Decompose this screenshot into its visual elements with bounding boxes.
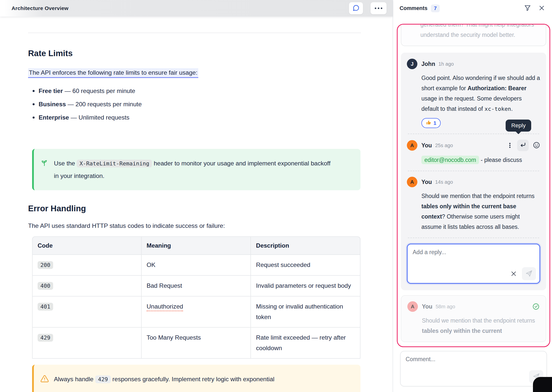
table-row: 401 Unauthorized Missing or invalid auth… — [32, 297, 360, 328]
new-comment-input[interactable] — [401, 351, 546, 371]
comments-panel: Comments 7 generated them? That might he… — [393, 0, 552, 392]
new-comment-box — [400, 351, 547, 386]
send-icon — [525, 270, 533, 278]
filter-comments-button[interactable] — [524, 5, 531, 12]
avatar: A — [407, 140, 417, 151]
list-item: Enterprise — Unlimited requests — [28, 113, 361, 122]
commented-highlight-text[interactable]: The API enforces the following rate limi… — [28, 68, 198, 78]
reply-input-box — [407, 244, 540, 284]
warning-callout: Always handle 429 responses gracefully. … — [32, 365, 360, 392]
comment-text: Should we mention that the endpoint retu… — [422, 316, 540, 336]
column-header: Description — [251, 236, 360, 255]
comment-divider — [408, 134, 539, 134]
reply-input[interactable] — [408, 244, 539, 264]
user-mention-chip[interactable]: editor@nocodb.com — [421, 156, 479, 164]
comment-timestamp: 1h ago — [438, 61, 454, 67]
rate-limit-list: Free tier — 60 requests per minute Busin… — [28, 87, 361, 122]
comment-text: Should we mention that the endpoint retu… — [421, 191, 540, 232]
active-comment-thread[interactable]: J John 1h ago Good point. Also wondering… — [401, 53, 546, 290]
tip-callout: Use the X-RateLimit-Remaining header to … — [32, 149, 360, 190]
comment-text: Good point. Also wondering if we should … — [421, 73, 540, 114]
comment-anchor-unauthorized[interactable]: Unauthorized — [147, 303, 183, 311]
overlay-corner-artifact — [533, 377, 552, 392]
reaction-count: 1 — [433, 120, 436, 126]
topbar-actions — [349, 2, 387, 14]
reply-action-button[interactable] — [517, 140, 529, 151]
comment-author: You — [421, 179, 432, 185]
reply-tooltip: Reply — [506, 120, 531, 132]
reply-arrow-icon — [519, 142, 526, 149]
comment-header-row: A You 58m ago — [407, 301, 540, 312]
warning-triangle-icon — [40, 373, 49, 392]
comment-author: You — [421, 142, 432, 149]
comment-author: John — [421, 61, 435, 67]
inline-code: xc-token — [485, 106, 511, 112]
thumbs-up-reaction-pill[interactable]: 1 — [421, 118, 441, 128]
close-panel-button[interactable] — [538, 5, 545, 12]
status-code-chip: 400 — [38, 282, 53, 290]
thumbs-up-icon — [426, 120, 431, 126]
comment-header-row: J John 1h ago — [407, 59, 540, 69]
document-topbar: Architecture Overview — [0, 0, 393, 17]
status-code-chip: 401 — [38, 303, 53, 311]
previous-comment-partial[interactable]: generated them? That might help integrat… — [401, 24, 546, 46]
column-header: Code — [32, 236, 142, 255]
table-header-row: Code Meaning Description — [32, 236, 360, 255]
status-code-chip: 200 — [38, 261, 53, 269]
avatar: J — [407, 59, 417, 69]
document-body: Rate Limits The API enforces the followi… — [0, 33, 393, 392]
list-item: Free tier — 60 requests per minute — [28, 87, 361, 95]
comments-count-badge: 7 — [431, 5, 440, 12]
page-title: Architecture Overview — [12, 5, 68, 11]
comment-author: You — [422, 303, 432, 310]
resolved-check-icon — [532, 303, 540, 310]
comments-panel-header: Comments 7 — [393, 0, 552, 17]
smiley-icon — [533, 141, 540, 150]
tip-text: Use the X-RateLimit-Remaining header to … — [54, 157, 335, 182]
more-options-button[interactable] — [371, 2, 387, 14]
table-row: 200 OK Request succeeded — [32, 255, 360, 276]
comment-divider — [408, 238, 539, 238]
send-reply-button[interactable] — [522, 267, 536, 280]
table-row: 400 Bad Request Invalid parameters or re… — [32, 276, 360, 297]
seedling-icon — [40, 157, 49, 182]
comment-header-row: A You 25s ago — [407, 140, 540, 151]
column-header: Meaning — [142, 236, 251, 255]
status-codes-table: Code Meaning Description 200 OK Request … — [32, 236, 360, 359]
filter-funnel-icon — [524, 5, 531, 12]
error-handling-heading: Error Handling — [28, 204, 361, 213]
comment-text: editor@nocodb.com - please discuss — [421, 155, 540, 165]
active-thread-highlight-region: generated them? That might help integrat… — [397, 24, 550, 347]
tooltip-tail — [515, 128, 522, 134]
comment-kebab-menu-button[interactable] — [507, 142, 513, 149]
avatar: A — [407, 301, 418, 312]
chat-bubble-icon — [353, 5, 359, 12]
rate-limits-heading: Rate Limits — [28, 49, 361, 58]
close-icon — [538, 5, 545, 12]
comments-title: Comments — [400, 5, 427, 12]
comment-timestamp: 25s ago — [435, 143, 453, 148]
document-area: Architecture Overview Rate Limits The AP… — [0, 0, 393, 392]
warning-text: Always handle 429 responses gracefully. … — [54, 373, 274, 392]
error-handling-intro: The API uses standard HTTP status codes … — [28, 222, 361, 229]
comments-toggle-button[interactable] — [349, 2, 363, 14]
comment-timestamp: 58m ago — [436, 304, 455, 310]
add-reaction-button[interactable] — [533, 141, 540, 150]
comment-timestamp: 14s ago — [435, 179, 453, 185]
list-item: Business — 200 requests per minute — [28, 100, 361, 109]
table-row: 429 Too Many Requests Rate limit exceede… — [32, 328, 360, 359]
comment-divider — [408, 171, 539, 171]
comment-header-row: A You 14s ago — [407, 177, 540, 187]
resolved-comment-card[interactable]: A You 58m ago Should we mention that the… — [401, 295, 546, 342]
cancel-reply-button[interactable] — [510, 270, 517, 277]
avatar: A — [407, 177, 417, 187]
ellipsis-icon — [375, 8, 382, 9]
status-code-chip: 429 — [38, 334, 53, 342]
section-divider — [28, 33, 361, 33]
inline-code: 429 — [95, 375, 111, 383]
inline-code: X-RateLimit-Remaining — [77, 160, 152, 167]
